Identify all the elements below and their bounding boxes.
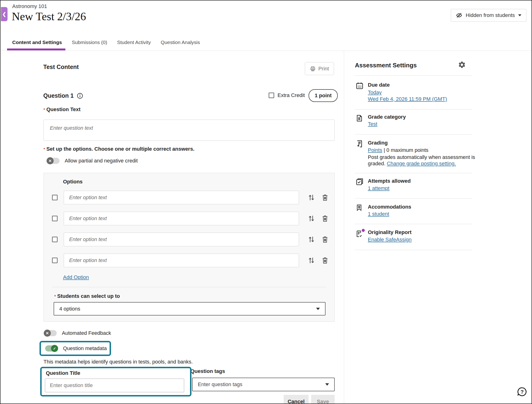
question-title-input[interactable]: [45, 378, 184, 392]
grading-post-text: Post grades automatically when assessmen…: [368, 154, 491, 167]
enable-safeassign-link[interactable]: Enable SafeAssign: [368, 237, 412, 243]
option-text-input[interactable]: [64, 212, 299, 225]
save-button[interactable]: Save: [311, 395, 335, 404]
select-up-to-dropdown[interactable]: 4 options: [54, 302, 325, 315]
due-date-title: Due date: [368, 82, 390, 88]
trash-icon[interactable]: [321, 215, 329, 222]
points-pill[interactable]: 1 point: [309, 89, 338, 102]
accommodations-link[interactable]: 1 student: [368, 211, 389, 217]
question-text-input[interactable]: [44, 120, 335, 141]
page-title: New Test 2/3/26: [12, 10, 86, 23]
toggle-off-icon: ✕: [48, 159, 51, 163]
option-row: [44, 212, 335, 225]
points-link[interactable]: Points: [368, 147, 382, 153]
option-checkbox[interactable]: [52, 258, 58, 263]
add-option-link[interactable]: Add Option: [63, 274, 89, 280]
change-grade-posting-link[interactable]: Change grade posting setting.: [387, 161, 456, 166]
automated-feedback-label: Automated Feedback: [62, 330, 111, 336]
chevron-down-icon: [316, 308, 320, 310]
assessment-settings-title: Assessment Settings: [355, 62, 417, 69]
options-divider: [52, 287, 326, 287]
sidebar-divider: [355, 224, 472, 224]
toggle-on-icon: ✓: [53, 346, 56, 351]
trash-icon[interactable]: [321, 257, 329, 264]
tab-question-analysis[interactable]: Question Analysis: [160, 38, 200, 47]
option-checkbox[interactable]: [52, 237, 58, 242]
course-name: Astronomy 101: [12, 3, 47, 9]
chevron-left-icon: ❮: [2, 11, 6, 17]
grading-title: Grading: [368, 140, 388, 146]
setup-instruction: *Set up the options. Choose one or multi…: [44, 146, 195, 152]
toggle-off-icon: ✕: [46, 331, 49, 335]
sidebar-divider: [355, 173, 472, 173]
tab-submissions[interactable]: Submissions (0): [71, 38, 108, 47]
test-content-heading: Test Content: [43, 64, 79, 70]
question-title-label: Question Title: [46, 370, 80, 376]
trash-icon[interactable]: [321, 236, 329, 243]
grading-points-line: Points | 0 maximum points: [368, 147, 429, 153]
info-icon[interactable]: [77, 93, 83, 99]
visibility-button[interactable]: Hidden from students: [451, 9, 526, 22]
question-tags-label: Question tags: [190, 368, 225, 374]
accommodations-icon: [356, 203, 364, 212]
partial-credit-label: Allow partial and negative credit: [65, 158, 138, 164]
question-tags-dropdown[interactable]: Enter question tags: [192, 378, 335, 391]
reorder-icon[interactable]: [308, 215, 315, 222]
collapse-panel-button[interactable]: ❮: [1, 7, 7, 21]
print-label: Print: [318, 66, 329, 72]
tab-content-and-settings[interactable]: Content and Settings: [12, 38, 62, 47]
attempts-link[interactable]: 1 attempt: [368, 185, 389, 191]
option-checkbox[interactable]: [52, 216, 58, 221]
tab-bar: Content and Settings Submissions (0) Stu…: [12, 38, 200, 47]
question-header: Question 1: [43, 92, 83, 99]
grade-category-link[interactable]: Test: [368, 121, 377, 127]
reorder-icon[interactable]: [308, 257, 315, 264]
sidebar-divider: [355, 75, 472, 76]
tab-student-activity[interactable]: Student Activity: [117, 38, 152, 47]
chevron-down-icon: [325, 383, 329, 386]
calendar-icon: [356, 81, 364, 90]
extra-credit-checkbox[interactable]: [269, 92, 274, 98]
visibility-label: Hidden from students: [466, 12, 515, 18]
due-date-datetime-link[interactable]: Wed Feb 4, 2026 11:59 PM (GMT): [368, 96, 447, 102]
app-window: ❮ Astronomy 101 New Test 2/3/26 Hidden f…: [0, 0, 532, 404]
option-text-input[interactable]: [64, 254, 299, 267]
extra-credit-label: Extra Credit: [278, 92, 305, 98]
reorder-icon[interactable]: [308, 194, 315, 201]
trash-icon[interactable]: [321, 194, 329, 201]
extra-credit-group: Extra Credit: [269, 92, 305, 98]
question-metadata-label: Question metadata: [63, 345, 107, 352]
grading-icon: [356, 139, 364, 148]
question-text-label: *Question Text: [44, 106, 80, 112]
print-button[interactable]: Print: [305, 62, 334, 75]
option-text-input[interactable]: [64, 191, 299, 204]
option-text-input[interactable]: [64, 233, 299, 246]
reorder-icon[interactable]: [308, 236, 315, 243]
cancel-button[interactable]: Cancel: [284, 395, 309, 404]
options-panel: Options: [44, 173, 335, 322]
title-annotation-box: Question Title: [40, 367, 191, 397]
sidebar-divider: [355, 134, 472, 134]
grade-category-title: Grade category: [368, 114, 406, 120]
printer-icon: [310, 66, 316, 72]
option-row: [44, 254, 335, 267]
automated-feedback-toggle[interactable]: ✕: [44, 330, 57, 336]
content-sidebar-divider: [344, 51, 344, 404]
svg-text:?: ?: [520, 389, 524, 395]
help-icon[interactable]: ?: [517, 387, 527, 397]
metadata-annotation-box: ✓ Question metadata: [39, 341, 111, 356]
option-checkbox[interactable]: [52, 195, 58, 200]
question-number: Question 1: [43, 92, 74, 99]
sidebar-divider: [355, 109, 472, 110]
accommodations-title: Accommodations: [368, 204, 411, 210]
partial-credit-toggle[interactable]: ✕: [47, 158, 59, 164]
originality-title: Originality Report: [368, 229, 412, 235]
question-metadata-toggle[interactable]: ✓: [45, 345, 58, 352]
chevron-down-icon: [518, 14, 521, 16]
partial-credit-row: ✕ Allow partial and negative credit: [47, 158, 138, 164]
due-date-today-link[interactable]: Today: [368, 90, 382, 96]
eye-slash-icon: [456, 12, 462, 19]
attempts-icon: [356, 177, 364, 186]
metadata-help-text: This metadata helps identify questions i…: [44, 359, 193, 365]
gear-icon[interactable]: [458, 61, 466, 69]
